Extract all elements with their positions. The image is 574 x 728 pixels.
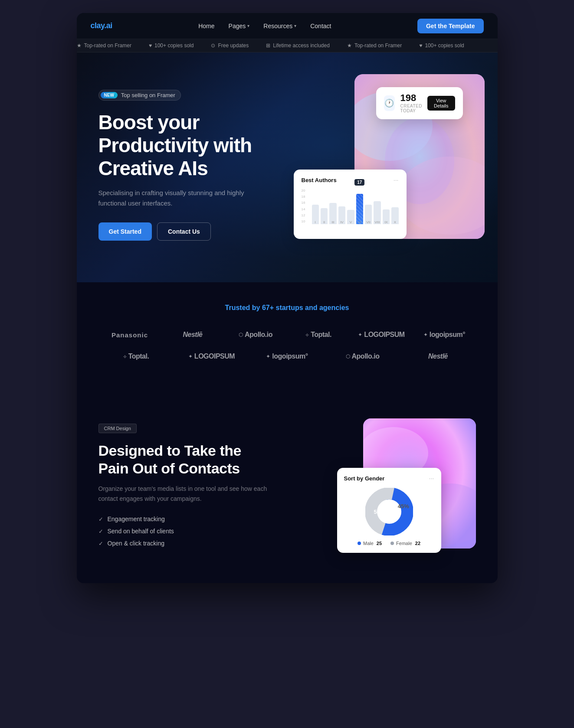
bar-label-1: I xyxy=(315,220,316,224)
legend-female: Female 22 xyxy=(390,541,420,546)
chart-card-header: Best Authors ··· xyxy=(302,176,399,183)
bar-10: X xyxy=(391,189,398,224)
logo-text-nestle-1: Nestlē xyxy=(183,331,202,339)
pie-menu-dots[interactable]: ··· xyxy=(429,475,434,482)
hero-left: New Top selling on Framer Boost your Pro… xyxy=(98,90,281,241)
check-icon-2: ✓ xyxy=(98,528,103,535)
chevron-down-icon: ▾ xyxy=(247,23,249,28)
crm-tag: CRM Design xyxy=(98,424,137,433)
contact-us-button[interactable]: Contact Us xyxy=(157,222,211,241)
hero-subtitle: Specialising in crafting visually stunni… xyxy=(98,188,246,209)
logo-text-logoipsum-4: logoipsum° xyxy=(272,353,308,360)
view-details-button[interactable]: View Details xyxy=(427,96,455,111)
nav-link-resources[interactable]: Resources ▾ xyxy=(263,23,296,29)
bar-label-3: III xyxy=(331,220,335,224)
stats-number: 198 xyxy=(400,93,422,103)
logo-text-toptal-2: Toptal. xyxy=(128,353,149,360)
heart-icon-2: ♥ xyxy=(419,42,422,49)
logoipsum-icon-2: ✦ xyxy=(423,332,428,338)
crm-subtitle: Organize your team's media lists in one … xyxy=(98,484,272,503)
nav-link-home[interactable]: Home xyxy=(198,23,214,29)
crm-section: CRM Design Designed to Take the Pain Out… xyxy=(77,392,498,583)
chart-title: Best Authors xyxy=(302,177,337,183)
navbar: clay.ai Home Pages ▾ Resources ▾ Contact… xyxy=(77,13,498,39)
hero-buttons: Get Started Contact Us xyxy=(98,222,281,241)
pie-container: 55% 45% xyxy=(344,488,434,535)
bar-label-5: V xyxy=(350,220,352,224)
bar-8: VIII xyxy=(374,189,380,224)
nav-item-contact[interactable]: Contact xyxy=(310,23,331,29)
check-icon-3: ✓ xyxy=(98,540,103,547)
apollo-icon-1: ⬡ xyxy=(239,332,243,338)
logo-text-apollo-2: Apollo.io xyxy=(352,353,380,360)
refresh-icon: ⊙ xyxy=(211,42,215,49)
check-icon-1: ✓ xyxy=(98,516,103,522)
nav-item-resources[interactable]: Resources ▾ xyxy=(263,23,296,29)
nav-link-contact[interactable]: Contact xyxy=(310,23,331,29)
pie-male-label: 55% xyxy=(374,509,385,515)
get-started-button[interactable]: Get Started xyxy=(98,222,152,241)
crm-feature-1: ✓ Engagement tracking xyxy=(98,516,272,522)
star-icon: ★ xyxy=(77,42,82,49)
stats-card: 🕐 198 CREATED TODAY View Details xyxy=(376,87,463,119)
logo-text-apollo-1: Apollo.io xyxy=(245,331,272,339)
logo-nestle-2: Nestlē xyxy=(400,349,476,364)
new-badge: New Top selling on Framer xyxy=(98,90,181,101)
nav-item-pages[interactable]: Pages ▾ xyxy=(229,23,250,29)
nav-links: Home Pages ▾ Resources ▾ Contact xyxy=(198,23,331,29)
bar-7: VII xyxy=(365,189,372,224)
logo-logoipsum-1: ✦ LOGOIPSUM xyxy=(350,327,413,342)
feature-label-1: Engagement tracking xyxy=(108,516,165,522)
bar-4: IV xyxy=(338,189,345,224)
logo-text-panasonic: Panasonic xyxy=(112,331,148,339)
bar-9: IX xyxy=(383,189,390,224)
ticker-item-5: ★ Top-rated on Framer xyxy=(347,42,402,49)
pie-chart-card: Sort by Gender ··· 55% 45% xyxy=(337,468,441,553)
legend-male: Male 25 xyxy=(358,541,382,546)
shield-icon: ⊞ xyxy=(266,42,270,49)
bar-5: V xyxy=(347,189,354,224)
ticker-item-3: ⊙ Free updates xyxy=(211,42,249,49)
logo-toptal-1: ⟡ Toptal. xyxy=(287,327,350,342)
bar-label-10: X xyxy=(394,220,396,224)
bar-label-2: II xyxy=(323,220,325,224)
logo-text: clay. xyxy=(91,21,106,30)
ticker-item-2: ♥ 100+ copies sold xyxy=(149,42,194,49)
logo-text-logoipsum-2: logoipsum° xyxy=(430,331,465,339)
toptal-icon-2: ⟡ xyxy=(123,353,127,359)
get-template-button[interactable]: Get the Template xyxy=(417,19,484,33)
y-label-10: 10 xyxy=(302,219,305,223)
bar-tooltip: 17 xyxy=(354,179,364,186)
nav-link-pages[interactable]: Pages ▾ xyxy=(229,23,250,29)
badge-text: Top selling on Framer xyxy=(121,92,175,98)
ticker-bar: ★ Top-rated on Framer ♥ 100+ copies sold… xyxy=(77,39,498,52)
chart-menu-dots[interactable]: ··· xyxy=(394,176,399,183)
y-label-14: 14 xyxy=(302,207,305,211)
trusted-title: Trusted by 67+ startups and agencies xyxy=(98,304,476,312)
nav-item-home[interactable]: Home xyxy=(198,23,214,29)
chart-card: Best Authors ··· 20 18 16 14 12 10 xyxy=(294,170,407,239)
stats-label: CREATED TODAY xyxy=(400,104,422,113)
logo-panasonic: Panasonic xyxy=(98,328,161,342)
clock-icon: 🕐 xyxy=(384,95,395,111)
bar-chart: I II III xyxy=(312,189,399,232)
female-label: Female xyxy=(396,541,412,546)
y-label-16: 16 xyxy=(302,201,305,205)
ticker-item-6: ♥ 100+ copies sold xyxy=(419,42,464,49)
hero-right: 🕐 198 CREATED TODAY View Details Best Au… xyxy=(302,78,476,252)
logo[interactable]: clay.ai xyxy=(91,21,112,30)
pie-legend: Male 25 Female 22 xyxy=(344,541,434,546)
logo-logoipsum-3: ✦ LOGOIPSUM xyxy=(174,349,249,364)
female-count: 22 xyxy=(415,541,420,546)
bar-3: III xyxy=(329,189,336,224)
logo-apollo-1: ⬡ Apollo.io xyxy=(224,327,287,342)
logoipsum-icon-3: ✦ xyxy=(188,353,193,359)
logo-accent: ai xyxy=(106,21,112,30)
heart-icon: ♥ xyxy=(149,42,152,49)
pie-card-title: Sort by Gender xyxy=(344,475,385,482)
crm-feature-3: ✓ Open & click tracking xyxy=(98,540,272,547)
ticker-item-4: ⊞ Lifetime access included xyxy=(266,42,330,49)
male-dot xyxy=(358,542,361,545)
logo-text-nestle-2: Nestlē xyxy=(428,353,448,360)
crm-feature-2: ✓ Send on behalf of clients xyxy=(98,528,272,535)
